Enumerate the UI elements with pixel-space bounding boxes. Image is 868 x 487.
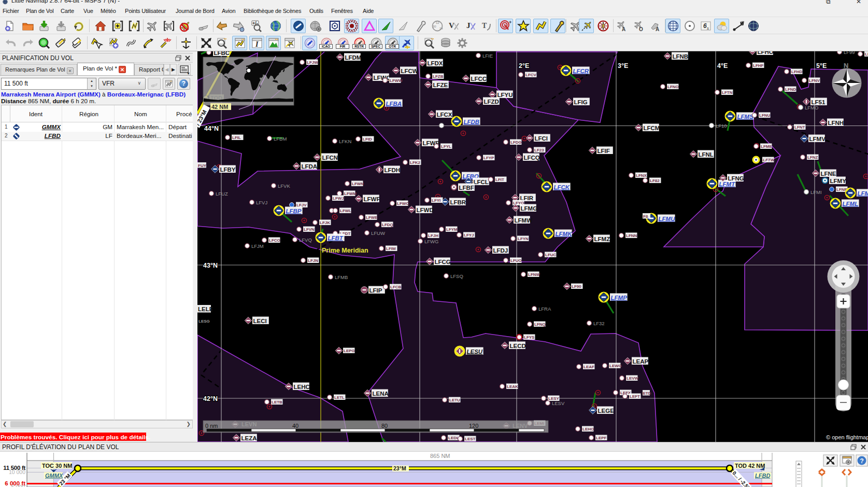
svg-text:LFCL: LFCL xyxy=(474,179,489,185)
svg-text:4°E: 4°E xyxy=(717,62,728,69)
svg-text:© open flightmaps: © open flightmaps xyxy=(826,434,868,440)
svg-text:0 nm: 0 nm xyxy=(205,423,218,429)
svg-text:LFDG: LFDG xyxy=(510,140,522,145)
svg-text:LFYP: LFYP xyxy=(483,156,494,160)
svg-text:LFBC: LFBC xyxy=(214,51,230,56)
svg-text:3°E: 3°E xyxy=(618,62,628,69)
svg-text:24: 24 xyxy=(439,27,443,30)
svg-text:A: A xyxy=(656,26,659,32)
svg-text:12: 12 xyxy=(436,21,439,24)
svg-text:LFWJ: LFWJ xyxy=(333,196,344,201)
svg-text:LFNB: LFNB xyxy=(673,53,689,60)
svg-text:6: 6 xyxy=(703,22,707,30)
svg-text:I: I xyxy=(255,40,259,48)
svg-text:LECD: LECD xyxy=(510,343,526,349)
svg-text:LFCK: LFCK xyxy=(554,184,570,190)
svg-text:LF23: LF23 xyxy=(534,148,544,152)
svg-text:LFIF: LFIF xyxy=(597,148,610,154)
svg-text:LFJM: LFJM xyxy=(251,243,264,249)
svg-text:TOD 42 NM: TOD 42 NM xyxy=(735,463,765,469)
svg-text:TOC 30 NM: TOC 30 NM xyxy=(42,463,72,469)
svg-text:LFMG: LFMG xyxy=(521,205,538,212)
svg-text:LFHO: LFHO xyxy=(758,51,774,55)
svg-text:LFVJ: LFVJ xyxy=(256,200,267,205)
svg-text:LFWL: LFWL xyxy=(340,208,351,213)
svg-text:N: N xyxy=(844,62,848,69)
svg-text:LFNL: LFNL xyxy=(699,151,714,158)
svg-text:LFRA: LFRA xyxy=(538,306,551,312)
svg-text:23°M: 23°M xyxy=(393,465,406,471)
svg-text:LFIM: LFIM xyxy=(386,246,396,251)
svg-text:LFID: LFID xyxy=(363,137,372,142)
svg-text:LEST: LEST xyxy=(465,437,476,441)
svg-text:LEGE: LEGE xyxy=(598,408,615,414)
svg-text:42 NM: 42 NM xyxy=(211,104,228,110)
svg-text:GMMX: GMMX xyxy=(45,472,63,479)
svg-text:LECI: LECI xyxy=(253,318,267,324)
svg-text:LFVQ: LFVQ xyxy=(299,237,312,243)
svg-text:LFJE: LFJE xyxy=(865,52,868,57)
svg-text:LFCM: LFCM xyxy=(644,125,660,131)
svg-text:80: 80 xyxy=(381,423,388,429)
svg-text:LFIP: LFIP xyxy=(369,287,382,294)
svg-text:5°E: 5°E xyxy=(816,62,827,69)
svg-text:LF10: LF10 xyxy=(716,123,727,129)
svg-text:LF90: LF90 xyxy=(572,284,581,289)
svg-text:LFNX: LFNX xyxy=(636,173,647,178)
svg-text:LESG: LESG xyxy=(198,319,210,324)
svg-text:LFHD: LFHD xyxy=(791,69,803,74)
svg-text:F8: F8 xyxy=(643,214,648,219)
svg-text:LFNT: LFNT xyxy=(794,125,805,130)
svg-text:LFMP: LFMP xyxy=(611,295,628,301)
svg-text:LFWQ: LFWQ xyxy=(374,75,391,81)
svg-text:43°N: 43°N xyxy=(203,262,218,269)
svg-text:LFYM: LFYM xyxy=(446,227,458,232)
svg-text:LEHC: LEHC xyxy=(294,384,310,390)
svg-text:LFUZ: LFUZ xyxy=(216,191,228,197)
svg-text:LESV: LESV xyxy=(552,400,565,406)
svg-text:LEVW: LEVW xyxy=(627,376,639,381)
svg-text:LFCC: LFCC xyxy=(471,76,487,82)
svg-text:LFNG: LFNG xyxy=(728,175,744,182)
svg-text:?: ? xyxy=(860,457,864,465)
svg-text:LFCQ: LFCQ xyxy=(524,155,540,161)
svg-text:LFIG: LFIG xyxy=(574,99,588,105)
svg-text:LFKN: LFKN xyxy=(339,138,351,144)
svg-text:LFZD: LFZD xyxy=(484,99,499,105)
svg-text:A: A xyxy=(622,26,625,32)
svg-text:LEPG: LEPG xyxy=(344,349,355,353)
svg-text:LENA: LENA xyxy=(373,391,389,397)
svg-text:LFBM: LFBM xyxy=(274,136,287,142)
svg-text:2°E: 2°E xyxy=(519,62,529,69)
svg-text:LFYN: LFYN xyxy=(518,236,529,241)
svg-text:LFDX: LFDX xyxy=(428,60,443,66)
svg-text:LFMY: LFMY xyxy=(830,178,847,184)
svg-text:LFME: LFME xyxy=(761,144,772,149)
svg-text:LFMU: LFMU xyxy=(659,216,676,222)
svg-text:LFDM: LFDM xyxy=(345,54,362,61)
svg-text:LFWM: LFWM xyxy=(344,191,357,196)
svg-text:LEHO: LEHO xyxy=(582,427,594,432)
svg-text:LFNV: LFNV xyxy=(809,78,820,83)
svg-text:LEAK: LEAK xyxy=(507,384,518,389)
svg-text:LFMB: LFMB xyxy=(335,274,348,280)
svg-text:LFTW: LFTW xyxy=(763,158,775,162)
svg-text:LFNO: LFNO xyxy=(667,85,679,89)
svg-text:LELE: LELE xyxy=(198,306,214,312)
svg-text:LFNZ: LFNZ xyxy=(807,155,818,160)
svg-text:LFDQ: LFDQ xyxy=(382,222,393,227)
svg-text:s: s xyxy=(707,26,709,31)
svg-text:LEPF: LEPF xyxy=(596,436,607,440)
svg-text:40: 40 xyxy=(292,423,298,429)
svg-text:LFIT: LFIT xyxy=(495,177,504,182)
svg-text:LETU: LETU xyxy=(449,398,460,402)
svg-text:LFNH: LFNH xyxy=(828,120,844,126)
svg-text:30: 30 xyxy=(433,25,436,28)
svg-text:LFCR: LFCR xyxy=(573,68,589,74)
svg-text:LFBR: LFBR xyxy=(450,199,466,205)
svg-text:LFMI: LFMI xyxy=(810,189,822,195)
svg-text:LFDA: LFDA xyxy=(302,163,318,170)
svg-text:LFBF: LFBF xyxy=(459,185,474,191)
svg-text:Prime Meridian: Prime Meridian xyxy=(322,247,368,254)
svg-text:LFMO: LFMO xyxy=(805,105,818,110)
